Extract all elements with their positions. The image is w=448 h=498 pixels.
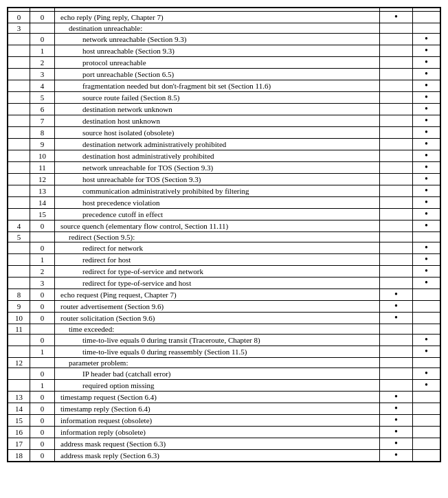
cell-type	[8, 242, 30, 254]
cell-description: timestamp request (Section 6.4)	[55, 392, 380, 403]
table-row: 90router advertisement (Section 9.6)•	[8, 301, 440, 313]
table-row: 9destination network administratively pr…	[8, 139, 440, 150]
cell-code: 0	[30, 450, 55, 462]
cell-description: network unreachable for TOS (Section 9.3…	[55, 162, 380, 174]
cell-description: address mask reply (Section 6.3)	[55, 450, 380, 462]
table-row: 4fragmentation needed but don't-fragment…	[8, 80, 440, 92]
cell-code: 0	[30, 403, 55, 415]
cell-query	[380, 335, 413, 346]
cell-type	[8, 45, 30, 57]
cell-code: 0	[30, 34, 55, 45]
cell-error	[413, 313, 440, 324]
cell-type	[8, 335, 30, 346]
cell-description: host precedence violation	[55, 197, 380, 209]
cell-error	[413, 23, 440, 34]
cell-error: •	[413, 197, 440, 209]
table-row: 5source route failed (Section 8.5)•	[8, 92, 440, 104]
cell-code: 8	[30, 127, 55, 139]
cell-code: 0	[30, 427, 55, 438]
cell-type	[8, 69, 30, 80]
table-row: 3redirect for type-of-service and host•	[8, 278, 440, 289]
cell-description: echo request (Ping request, Chapter 7)	[55, 289, 380, 301]
table-row: 10destination host administratively proh…	[8, 150, 440, 162]
cell-description: destination network administratively pro…	[55, 139, 380, 150]
table-row: 00echo reply (Ping reply, Chapter 7)•	[8, 12, 440, 23]
cell-error: •	[413, 104, 440, 115]
cell-code: 4	[30, 80, 55, 92]
table-row: 15precedence cutoff in effect•	[8, 209, 440, 220]
cell-code	[30, 358, 55, 368]
cell-type	[8, 380, 30, 392]
cell-description: precedence cutoff in effect	[55, 209, 380, 220]
cell-description: information reply (obsolete)	[55, 427, 380, 438]
cell-error: •	[413, 139, 440, 150]
cell-code: 0	[30, 12, 55, 23]
cell-error: •	[413, 380, 440, 392]
cell-query	[380, 23, 413, 34]
cell-description: source quench (elementary flow control, …	[55, 220, 380, 232]
cell-code: 14	[30, 197, 55, 209]
cell-error: •	[413, 150, 440, 162]
cell-error: •	[413, 346, 440, 358]
cell-code: 1	[30, 254, 55, 266]
cell-error: •	[413, 335, 440, 346]
table-row: 11network unreachable for TOS (Section 9…	[8, 162, 440, 174]
cell-query: •	[380, 12, 413, 23]
cell-code: 7	[30, 115, 55, 127]
cell-type: 17	[8, 438, 30, 450]
cell-type: 13	[8, 392, 30, 403]
cell-description: router advertisement (Section 9.6)	[55, 301, 380, 313]
table-row: 180address mask reply (Section 6.3)•	[8, 450, 440, 462]
cell-type	[8, 266, 30, 278]
table-row: 0IP header bad (catchall error)•	[8, 368, 440, 380]
cell-code: 1	[30, 45, 55, 57]
cell-code	[30, 232, 55, 242]
cell-description: source host isolated (obsolete)	[55, 127, 380, 139]
table-row: 12host unreachable for TOS (Section 9.3)…	[8, 174, 440, 185]
cell-description: host unreachable for TOS (Section 9.3)	[55, 174, 380, 185]
table-row: 3port unreachable (Section 6.5)•	[8, 69, 440, 80]
icmp-table: 00echo reply (Ping reply, Chapter 7)•3de…	[7, 7, 441, 462]
table-row: 160information reply (obsolete)•	[8, 427, 440, 438]
cell-type	[8, 278, 30, 289]
cell-error: •	[413, 127, 440, 139]
cell-description: information request (obsolete)	[55, 415, 380, 427]
cell-type	[8, 254, 30, 266]
table-row: 3destination unreachable:	[8, 23, 440, 34]
cell-type: 14	[8, 403, 30, 415]
cell-code: 3	[30, 278, 55, 289]
cell-code: 12	[30, 174, 55, 185]
cell-description: echo reply (Ping reply, Chapter 7)	[55, 12, 380, 23]
cell-description: source route failed (Section 8.5)	[55, 92, 380, 104]
table-row: 100router solicitation (Section 9.6)•	[8, 313, 440, 324]
cell-code: 0	[30, 289, 55, 301]
cell-description: host unreachable (Section 9.3)	[55, 45, 380, 57]
cell-type: 0	[8, 12, 30, 23]
cell-code: 15	[30, 209, 55, 220]
cell-error: •	[413, 174, 440, 185]
cell-error	[413, 450, 440, 462]
cell-description: redirect for type-of-service and network	[55, 266, 380, 278]
cell-description: port unreachable (Section 6.5)	[55, 69, 380, 80]
cell-query	[380, 104, 413, 115]
cell-query: •	[380, 403, 413, 415]
table-row: 12parameter problem:	[8, 358, 440, 368]
cell-error: •	[413, 162, 440, 174]
cell-query	[380, 139, 413, 150]
cell-type: 12	[8, 358, 30, 368]
cell-code: 6	[30, 104, 55, 115]
table-row: 80echo request (Ping request, Chapter 7)…	[8, 289, 440, 301]
table-row: 0redirect for network•	[8, 242, 440, 254]
cell-code: 0	[30, 368, 55, 380]
cell-type	[8, 127, 30, 139]
cell-type	[8, 174, 30, 185]
cell-code: 0	[30, 415, 55, 427]
cell-error: •	[413, 185, 440, 197]
cell-code: 0	[30, 242, 55, 254]
cell-error: •	[413, 115, 440, 127]
cell-description: network unreachable (Section 9.3)	[55, 34, 380, 45]
table-row: 11time exceeded:	[8, 324, 440, 335]
cell-error: •	[413, 69, 440, 80]
cell-code: 9	[30, 139, 55, 150]
cell-type: 10	[8, 313, 30, 324]
